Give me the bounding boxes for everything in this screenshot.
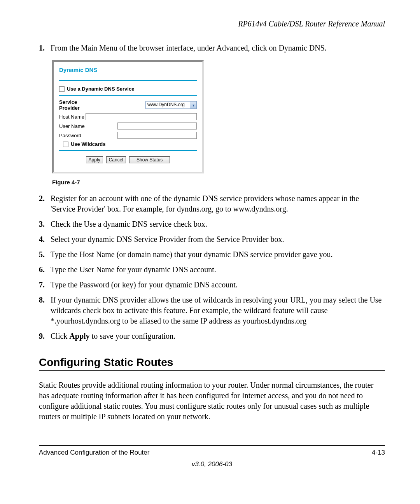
password-row: Password <box>59 131 197 140</box>
step-text: Select your dynamic DNS Service Provider… <box>51 234 385 245</box>
footer-version: v3.0, 2006-03 <box>39 460 385 468</box>
figure-caption: Figure 4-7 <box>52 179 385 186</box>
use-service-label: Use a Dynamic DNS Service <box>67 86 134 92</box>
step-text: Type the Password (or key) for your dyna… <box>51 280 385 290</box>
step-text: From the Main Menu of the browser interf… <box>51 43 385 53</box>
use-wildcards-label: Use Wildcards <box>71 141 105 147</box>
user-name-label: User Name <box>59 123 117 129</box>
step-text: If your dynamic DNS provider allows the … <box>51 295 385 326</box>
host-name-row: Host Name <box>59 112 197 121</box>
service-provider-label: Service Provider <box>59 99 98 111</box>
step-number: 2. <box>39 193 51 214</box>
step-text: Register for an account with one of the … <box>51 193 385 214</box>
password-label: Password <box>59 133 117 138</box>
numbered-steps-cont: 2. Register for an account with one of t… <box>39 193 385 341</box>
chevron-down-icon: ▾ <box>190 102 196 108</box>
panel-title: Dynamic DNS <box>59 66 197 81</box>
figure-wrapper: Dynamic DNS Use a Dynamic DNS Service Se… <box>52 60 385 173</box>
apply-button[interactable]: Apply <box>86 156 103 163</box>
section-heading: Configuring Static Routes <box>39 356 385 371</box>
step-number: 3. <box>39 219 51 229</box>
step-text: Type the Host Name (or domain name) that… <box>51 249 385 260</box>
step9-bold: Apply <box>69 332 89 340</box>
service-provider-row: Service Provider www.DynDNS.org ▾ <box>59 98 197 112</box>
step-number: 6. <box>39 264 51 275</box>
step-number: 8. <box>39 295 51 326</box>
use-service-row: Use a Dynamic DNS Service <box>59 85 197 96</box>
user-name-row: User Name <box>59 121 197 131</box>
step-text: Click Apply to save your configuration. <box>51 331 385 341</box>
step-number: 1. <box>39 43 51 53</box>
service-provider-select[interactable]: www.DynDNS.org ▾ <box>145 101 197 109</box>
step-number: 9. <box>39 331 51 341</box>
numbered-steps: 1. From the Main Menu of the browser int… <box>39 43 385 53</box>
step9-post: to save your configuration. <box>90 332 176 340</box>
step-number: 7. <box>39 280 51 290</box>
footer-right: 4-13 <box>372 449 385 457</box>
host-name-input[interactable] <box>86 113 197 120</box>
footer-left: Advanced Configuration of the Router <box>39 449 149 457</box>
step-number: 5. <box>39 249 51 260</box>
step9-pre: Click <box>51 332 69 340</box>
cancel-button[interactable]: Cancel <box>106 156 126 163</box>
service-provider-value: www.DynDNS.org <box>146 102 190 108</box>
use-wildcards-row: Use Wildcards <box>59 140 197 151</box>
password-input[interactable] <box>117 132 197 139</box>
step-text: Check the Use a dynamic DNS service chec… <box>51 219 385 229</box>
page-footer: Advanced Configuration of the Router 4-1… <box>39 445 385 468</box>
show-status-button[interactable]: Show Status <box>129 156 170 163</box>
user-name-input[interactable] <box>117 122 197 130</box>
page-header: RP614v4 Cable/DSL Router Reference Manua… <box>39 19 385 31</box>
button-row: Apply Cancel Show Status <box>59 156 197 163</box>
step-number: 4. <box>39 234 51 245</box>
use-service-checkbox[interactable] <box>59 86 65 92</box>
dynamic-dns-panel: Dynamic DNS Use a Dynamic DNS Service Se… <box>52 60 204 173</box>
host-name-label: Host Name <box>59 114 86 120</box>
use-wildcards-checkbox[interactable] <box>63 142 68 147</box>
step-text: Type the User Name for your dynamic DNS … <box>51 264 385 275</box>
section-body: Static Routes provide additional routing… <box>39 380 385 422</box>
